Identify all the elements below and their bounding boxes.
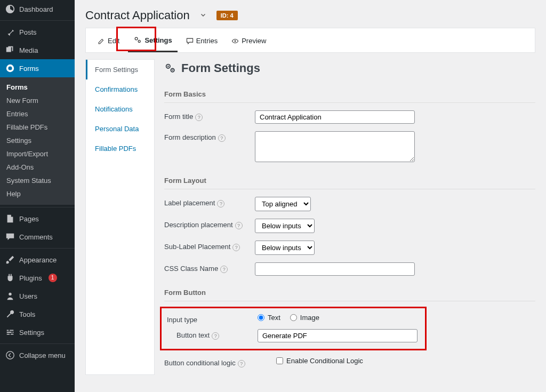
users-icon [5, 291, 15, 301]
tab-edit[interactable]: Edit [92, 28, 125, 52]
subnav-personal-data[interactable]: Personal Data [86, 119, 154, 139]
gears-icon [133, 36, 142, 44]
sidebar-item-users[interactable]: Users [0, 287, 75, 305]
media-icon [5, 45, 15, 55]
sidebar-item-media[interactable]: Media [0, 41, 75, 59]
svg-point-1 [8, 66, 12, 70]
section-form-basics: Form Basics [164, 85, 535, 103]
select-label-placement[interactable]: Top aligned [255, 197, 311, 211]
label-conditional-logic: Button conditional logic? [164, 357, 276, 367]
label-description-placement: Description placement? [164, 219, 255, 229]
help-icon[interactable]: ? [217, 200, 224, 207]
input-css-class[interactable] [255, 262, 415, 276]
submenu-forms[interactable]: Forms [0, 81, 75, 94]
brush-icon [5, 255, 15, 265]
eye-icon [231, 37, 239, 45]
subnav-confirmations[interactable]: Confirmations [86, 79, 154, 99]
comments-icon [5, 232, 15, 242]
subnav-notifications[interactable]: Notifications [86, 99, 154, 119]
submenu-fillable-pdfs[interactable]: Fillable PDFs [0, 121, 75, 134]
label-css-class: CSS Class Name? [164, 262, 255, 273]
pencil-icon [98, 37, 105, 45]
tab-settings[interactable]: Settings [128, 28, 177, 52]
section-form-button: Form Button [164, 283, 535, 301]
main-content: Contract Application ID: 4 Edit Settings… [75, 0, 546, 392]
sidebar-item-tools[interactable]: Tools [0, 305, 75, 323]
svg-point-4 [135, 37, 138, 40]
submenu-addons[interactable]: Add-Ons [0, 161, 75, 174]
svg-point-5 [139, 40, 141, 42]
forms-submenu: Forms New Form Entries Fillable PDFs Set… [0, 77, 75, 205]
label-label-placement: Label placement? [164, 197, 255, 207]
page-header: Contract Application ID: 4 [85, 0, 535, 28]
help-icon[interactable]: ? [212, 332, 219, 340]
sidebar-item-comments[interactable]: Comments [0, 228, 75, 246]
help-icon[interactable]: ? [232, 244, 240, 251]
help-icon[interactable]: ? [235, 222, 243, 229]
help-icon[interactable]: ? [218, 134, 226, 142]
sliders-icon [5, 327, 15, 337]
input-form-title[interactable] [255, 110, 415, 124]
gears-icon [164, 62, 176, 74]
svg-point-3 [6, 351, 14, 359]
plugin-update-badge: 1 [49, 274, 57, 282]
submenu-import-export[interactable]: Import/Export [0, 147, 75, 161]
highlight-button-settings: Input type Text Image Button text? [160, 307, 427, 350]
sidebar-item-settings[interactable]: Settings [0, 323, 75, 341]
subnav-fillable-pdfs[interactable]: Fillable PDFs [86, 139, 154, 158]
submenu-system-status[interactable]: System Status [0, 174, 75, 187]
sidebar-item-appearance[interactable]: Appearance [0, 251, 75, 269]
dashboard-icon [5, 4, 15, 14]
pin-icon [5, 27, 15, 37]
sidebar-item-dashboard[interactable]: Dashboard [0, 0, 75, 18]
admin-sidebar: Dashboard Posts Media Forms Forms New Fo… [0, 0, 75, 392]
input-form-description[interactable] [255, 131, 415, 162]
settings-subnav: Form Settings Confirmations Notification… [85, 59, 155, 375]
tab-preview[interactable]: Preview [226, 28, 271, 52]
form-name: Contract Application [85, 9, 190, 22]
pages-icon [5, 214, 15, 223]
input-button-text[interactable] [258, 329, 417, 342]
submenu-help[interactable]: Help [0, 187, 75, 201]
forms-icon [5, 63, 15, 73]
form-id-chip: ID: 4 [216, 11, 238, 20]
submenu-settings[interactable]: Settings [0, 134, 75, 147]
svg-point-10 [172, 70, 173, 71]
help-icon[interactable]: ? [195, 114, 203, 121]
collapse-icon [5, 350, 15, 360]
checkbox-conditional-logic[interactable] [276, 357, 283, 364]
radio-image[interactable]: Image [290, 314, 319, 322]
sidebar-item-forms[interactable]: Forms [0, 59, 75, 77]
submenu-entries[interactable]: Entries [0, 107, 75, 121]
label-button-text: Button text? [167, 329, 258, 340]
select-sublabel-placement[interactable]: Below inputs [255, 241, 315, 255]
form-tabs: Edit Settings Entries Preview [85, 28, 535, 53]
label-sublabel-placement: Sub-Label Placement? [164, 241, 255, 251]
plug-icon [5, 273, 15, 283]
svg-point-6 [235, 40, 236, 42]
help-icon[interactable]: ? [220, 266, 228, 273]
help-icon[interactable]: ? [238, 360, 245, 367]
label-form-description: Form description? [164, 131, 255, 142]
sidebar-item-posts[interactable]: Posts [0, 23, 75, 41]
sidebar-item-pages[interactable]: Pages [0, 210, 75, 228]
settings-panel: Form Settings Form Basics Form title? Fo… [155, 59, 535, 375]
subnav-form-settings[interactable]: Form Settings [86, 60, 154, 79]
active-menu-notch [75, 58, 78, 64]
section-form-layout: Form Layout [164, 171, 535, 189]
checkbox-label: Enable Conditional Logic [286, 357, 363, 365]
collapse-menu[interactable]: Collapse menu [0, 346, 75, 364]
svg-point-8 [167, 66, 169, 67]
submenu-new-form[interactable]: New Form [0, 94, 75, 107]
tab-entries[interactable]: Entries [181, 28, 223, 52]
svg-point-2 [9, 293, 11, 295]
wrench-icon [5, 309, 15, 319]
comment-icon [186, 37, 194, 45]
form-switcher[interactable] [197, 9, 209, 22]
label-form-title: Form title? [164, 110, 255, 121]
label-input-type: Input type [167, 314, 258, 324]
sidebar-item-plugins[interactable]: Plugins1 [0, 269, 75, 287]
radio-text[interactable]: Text [258, 314, 280, 322]
panel-title: Form Settings [164, 61, 535, 75]
select-description-placement[interactable]: Below inputs [255, 219, 315, 233]
